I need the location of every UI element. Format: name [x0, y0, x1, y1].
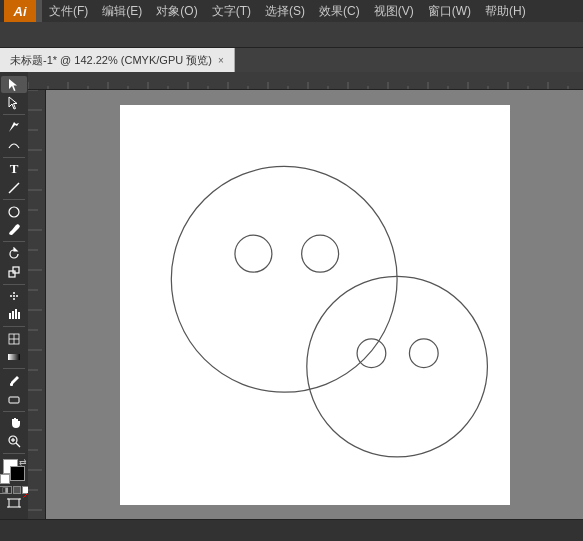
scale-tool[interactable]: [1, 264, 27, 281]
canvas-inner[interactable]: [46, 90, 583, 519]
tool-separator-8: [3, 411, 25, 412]
svg-point-88: [234, 235, 271, 272]
menu-object[interactable]: 对象(O): [149, 1, 204, 22]
direct-select-tool[interactable]: [1, 94, 27, 111]
tool-separator-4: [3, 241, 25, 242]
pen-tool[interactable]: [1, 118, 27, 135]
eyedropper-tool[interactable]: [1, 372, 27, 389]
svg-point-87: [171, 166, 397, 392]
tool-separator-7: [3, 368, 25, 369]
svg-rect-61: [28, 90, 46, 519]
svg-point-92: [409, 338, 438, 367]
svg-point-3: [9, 207, 19, 217]
eraser-tool[interactable]: [1, 391, 27, 408]
tool-separator-3: [3, 199, 25, 200]
svg-rect-27: [9, 499, 19, 507]
drawing-svg: [120, 105, 510, 505]
menu-help[interactable]: 帮助(H): [478, 1, 533, 22]
menu-edit[interactable]: 编辑(E): [95, 1, 149, 22]
color-btn[interactable]: ◨: [0, 486, 12, 494]
tool-separator-5: [3, 284, 25, 285]
svg-line-23: [16, 443, 20, 447]
zoom-tool[interactable]: [1, 433, 27, 450]
tab-bar: 未标题-1* @ 142.22% (CMYK/GPU 预览) ×: [0, 48, 583, 72]
tool-separator-1: [3, 114, 25, 115]
brush-tool[interactable]: [1, 221, 27, 238]
menu-file[interactable]: 文件(F): [42, 1, 95, 22]
menu-view[interactable]: 视图(V): [367, 1, 421, 22]
svg-point-7: [13, 292, 15, 294]
swap-colors[interactable]: ⇄: [19, 457, 27, 467]
left-toolbar: T: [0, 72, 28, 519]
svg-rect-20: [10, 383, 13, 386]
svg-point-89: [301, 235, 338, 272]
svg-point-11: [13, 295, 15, 297]
none-swatch[interactable]: [0, 474, 10, 484]
color-swatches: ⇄: [3, 459, 25, 481]
tab-label: 未标题-1* @ 142.22% (CMYK/GPU 预览): [10, 53, 212, 68]
svg-point-91: [357, 338, 386, 367]
svg-rect-32: [28, 72, 583, 90]
artboard-tool[interactable]: [3, 495, 25, 511]
svg-rect-21: [9, 397, 19, 403]
main-area: T: [0, 72, 583, 519]
menu-bar: Ai 文件(F) 编辑(E) 对象(O) 文字(T) 选择(S) 效果(C) 视…: [0, 0, 583, 22]
svg-marker-1: [9, 97, 17, 109]
svg-rect-15: [18, 312, 20, 319]
rotate-tool[interactable]: [1, 245, 27, 262]
tool-separator-2: [3, 157, 25, 158]
symbol-tool[interactable]: [1, 288, 27, 305]
gradient-tool[interactable]: [1, 348, 27, 365]
ai-logo: Ai: [4, 0, 36, 22]
line-tool[interactable]: [1, 179, 27, 196]
ellipse-tool[interactable]: [1, 203, 27, 220]
svg-rect-12: [9, 313, 11, 319]
menu-select[interactable]: 选择(S): [258, 1, 312, 22]
svg-point-8: [10, 295, 12, 297]
document-tab[interactable]: 未标题-1* @ 142.22% (CMYK/GPU 预览) ×: [0, 48, 235, 72]
tab-close-button[interactable]: ×: [218, 55, 224, 66]
svg-line-2: [9, 183, 19, 193]
svg-rect-5: [9, 271, 15, 277]
menu-text[interactable]: 文字(T): [205, 1, 258, 22]
horizontal-ruler: [28, 72, 583, 90]
status-bar: [0, 519, 583, 541]
svg-rect-6: [13, 267, 19, 273]
app-toolbar: [0, 22, 583, 48]
type-tool[interactable]: T: [1, 161, 27, 178]
arrange-tools: [3, 495, 25, 515]
canvas-area[interactable]: 软件自学网 WWW.RJZXW.COM: [28, 72, 583, 519]
svg-rect-14: [15, 309, 17, 319]
hand-tool[interactable]: [1, 415, 27, 432]
color-mode-row: ◨: [0, 486, 28, 494]
white-canvas: [120, 105, 510, 505]
svg-rect-19: [8, 354, 20, 360]
vertical-ruler: [28, 90, 46, 519]
gradient-swatch[interactable]: [13, 486, 21, 494]
curvature-tool[interactable]: [1, 137, 27, 154]
tool-separator-9: [3, 453, 25, 454]
svg-rect-13: [12, 311, 14, 319]
svg-point-90: [306, 276, 487, 457]
svg-point-10: [13, 298, 15, 300]
svg-point-9: [16, 295, 18, 297]
tool-separator-6: [3, 326, 25, 327]
select-tool[interactable]: [1, 76, 27, 93]
menu-window[interactable]: 窗口(W): [421, 1, 478, 22]
svg-marker-4: [14, 248, 17, 251]
menu-effect[interactable]: 效果(C): [312, 1, 367, 22]
graph-tool[interactable]: [1, 306, 27, 323]
svg-marker-0: [9, 79, 17, 91]
mesh-tool[interactable]: [1, 330, 27, 347]
